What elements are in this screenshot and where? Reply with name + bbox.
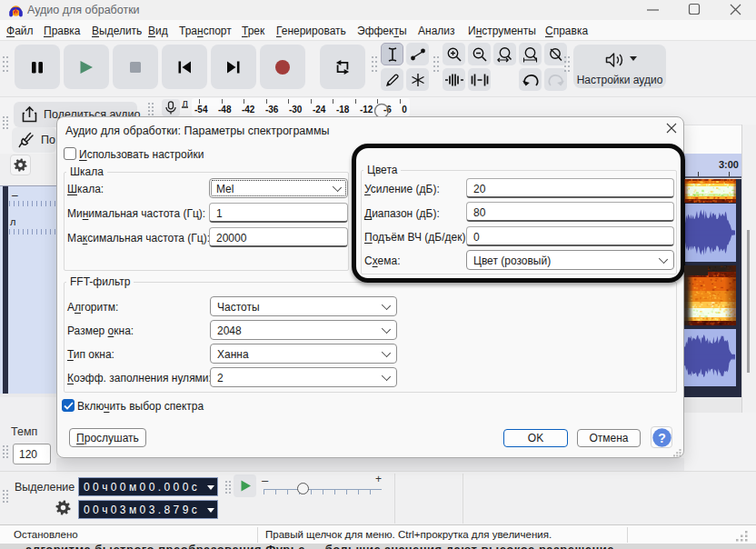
svg-text:?: ? (658, 431, 666, 445)
